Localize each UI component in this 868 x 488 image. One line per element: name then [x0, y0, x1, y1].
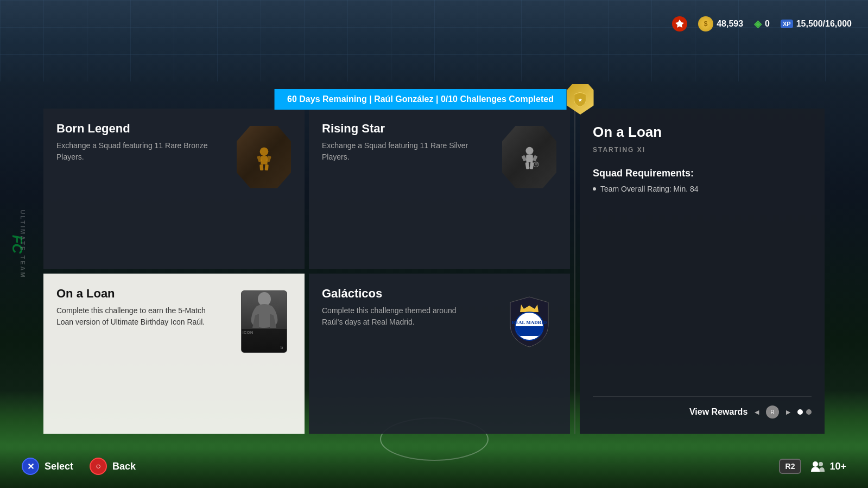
stadium-grid	[0, 0, 868, 81]
detail-panel: On a Loan STARTING XI Squad Requirements…	[580, 109, 825, 434]
xp-icon: XP	[781, 20, 793, 28]
dot-2	[806, 409, 812, 415]
challenge-card-born-legend[interactable]: Born Legend Exchange a Squad featuring 1…	[43, 109, 305, 269]
hud-xp: XP 15,500/16,000	[781, 19, 852, 29]
points-icon: ◈	[754, 18, 762, 30]
req-bullet	[593, 187, 596, 191]
bronze-hex	[237, 126, 291, 188]
born-legend-badge	[234, 122, 294, 192]
dot-1	[797, 409, 803, 415]
dot-navigation	[797, 409, 812, 415]
player-face	[242, 291, 287, 329]
nav-right-arrow: ►	[784, 408, 792, 416]
players-icon	[810, 460, 825, 473]
points-value: 0	[765, 19, 770, 29]
detail-title: On a Loan	[593, 124, 812, 141]
svg-point-19	[813, 461, 818, 467]
rising-star-badge	[499, 122, 559, 192]
back-label: Back	[112, 461, 136, 472]
main-content: Born Legend Exchange a Squad featuring 1…	[43, 109, 825, 434]
coins-icon: $	[698, 16, 713, 31]
born-legend-content: Born Legend Exchange a Squad featuring 1…	[56, 122, 234, 163]
challenge-card-galacticos[interactable]: Galácticos Complete this challenge theme…	[309, 274, 570, 434]
players-count: 10+	[829, 461, 846, 472]
coins-value: 48,593	[717, 19, 743, 29]
top-hud: $ 48,593 ◈ 0 XP 15,500/16,000	[672, 16, 852, 31]
detail-spacer	[593, 202, 812, 391]
select-label: Select	[45, 461, 73, 472]
galacticos-content: Galácticos Complete this challenge theme…	[322, 287, 499, 328]
players-indicator: 10+	[810, 460, 846, 473]
o-button[interactable]: ○	[90, 458, 107, 475]
hud-points: ◈ 0	[754, 18, 770, 30]
detail-subtitle: STARTING XI	[593, 146, 812, 154]
select-control[interactable]: ✕ Select	[22, 458, 73, 475]
svg-text:★: ★	[578, 98, 582, 103]
bottom-controls-left: ✕ Select ○ Back	[22, 458, 136, 475]
galacticos-title: Galácticos	[322, 287, 499, 301]
rising-star-title: Rising Star	[322, 122, 499, 136]
nav-r-button[interactable]: R	[766, 405, 779, 419]
svg-point-1	[259, 147, 268, 156]
silver-hex	[502, 126, 556, 188]
bottom-bar: ✕ Select ○ Back R2 10+	[0, 445, 868, 488]
panel-divider	[574, 109, 575, 434]
challenge-banner: 60 Days Remaining | Raúl González | 0/10…	[274, 84, 594, 115]
svg-rect-8	[526, 154, 533, 162]
born-legend-desc: Exchange a Squad featuring 11 Rare Bronz…	[56, 140, 208, 163]
challenge-card-on-a-loan[interactable]: On a Loan Complete this challenge to ear…	[43, 274, 305, 434]
r2-badge: R2	[779, 459, 802, 474]
ultimate-team-text: ULTIMATE TEAM	[20, 210, 26, 278]
challenge-card-rising-star[interactable]: Rising Star Exchange a Squad featuring 1…	[309, 109, 570, 269]
requirements-section: Squad Requirements: Team Overall Rating:…	[593, 168, 812, 197]
banner-text: 60 Days Remaining | Raúl González | 0/10…	[274, 89, 567, 110]
svg-rect-10	[532, 155, 537, 161]
banner-shield: ★	[567, 84, 594, 115]
requirement-item-0: Team Overall Rating: Min. 84	[593, 185, 812, 193]
svg-rect-2	[261, 156, 268, 164]
bottom-controls-right: R2 10+	[779, 459, 846, 474]
svg-rect-12	[529, 162, 534, 169]
galacticos-badge: REAL MADRID C.F.	[499, 287, 559, 357]
on-a-loan-title: On a Loan	[56, 287, 234, 301]
rising-star-desc: Exchange a Squad featuring 11 Rare Silve…	[322, 140, 474, 163]
svg-point-20	[819, 462, 823, 466]
raul-player-card: ICON 5	[241, 290, 287, 353]
player-card-num: 5	[280, 345, 283, 350]
on-a-loan-content: On a Loan Complete this challenge to ear…	[56, 287, 234, 328]
xp-value: 15,500/16,000	[796, 19, 852, 29]
born-legend-title: Born Legend	[56, 122, 234, 136]
svg-rect-6	[264, 164, 268, 170]
requirements-header: Squad Requirements:	[593, 168, 812, 179]
galacticos-desc: Complete this challenge themed around Ra…	[322, 305, 474, 328]
view-rewards-label: View Rewards	[689, 407, 747, 417]
emblem-icon	[672, 16, 687, 31]
svg-point-7	[525, 147, 533, 154]
svg-text:C.F.: C.F.	[526, 326, 533, 330]
challenges-panel: Born Legend Exchange a Squad featuring 1…	[43, 109, 570, 434]
requirement-text-0: Team Overall Rating: Min. 84	[600, 185, 699, 193]
back-control[interactable]: ○ Back	[90, 458, 136, 475]
x-button[interactable]: ✕	[22, 458, 39, 475]
svg-rect-11	[525, 162, 529, 169]
hud-coins: $ 48,593	[698, 16, 743, 31]
view-rewards[interactable]: View Rewards ◄ R ►	[593, 396, 812, 419]
rising-star-content: Rising Star Exchange a Squad featuring 1…	[322, 122, 499, 163]
on-a-loan-badge: ICON 5	[234, 287, 294, 357]
on-a-loan-desc: Complete this challenge to earn the 5-Ma…	[56, 305, 208, 328]
svg-rect-5	[259, 164, 263, 170]
svg-text:REAL MADRID: REAL MADRID	[512, 320, 547, 325]
svg-rect-9	[521, 155, 527, 161]
nav-left-arrow: ◄	[753, 408, 761, 416]
hud-emblem	[672, 16, 687, 31]
